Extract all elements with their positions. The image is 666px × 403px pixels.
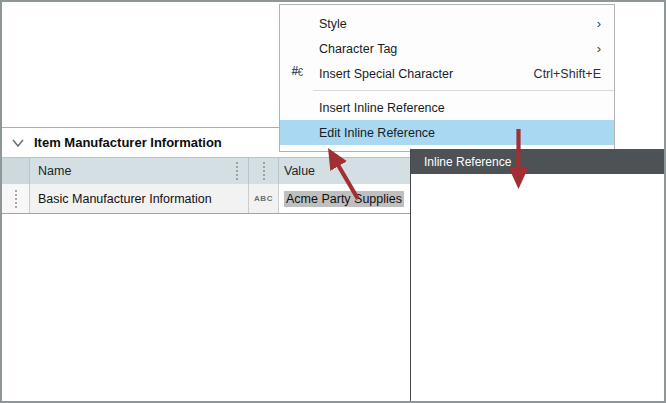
menu-item-label: Insert Special Character — [319, 67, 534, 81]
row-value-cell[interactable]: Acme Party Supplies — [279, 184, 412, 213]
dialog-title: Inline Reference — [424, 155, 511, 169]
header-handle-cell — [2, 157, 30, 184]
submenu-arrow-icon: › — [597, 41, 601, 56]
context-menu: Style › Character Tag › #€ Insert Specia… — [279, 4, 615, 152]
menu-item-label: Insert Inline Reference — [319, 101, 614, 115]
dialog-titlebar[interactable]: Inline Reference — [411, 149, 666, 174]
table-header-row: Name Value — [2, 157, 412, 184]
menu-item-label: Character Tag — [319, 42, 597, 56]
column-header-value-label: Value — [284, 164, 315, 178]
table-row[interactable]: Basic Manufacturer Information ABC Acme … — [2, 184, 412, 214]
column-menu-icon[interactable] — [236, 162, 238, 180]
section-title: Item Manufacturer Information — [34, 135, 222, 150]
row-name-label: Basic Manufacturer Information — [38, 192, 212, 206]
row-name-cell[interactable]: Basic Manufacturer Information — [30, 184, 249, 213]
menu-item-label: Edit Inline Reference — [319, 126, 614, 140]
column-header-name-label: Name — [38, 164, 71, 178]
menu-item-style[interactable]: Style › — [280, 11, 614, 36]
chevron-down-icon[interactable] — [11, 138, 25, 148]
abc-type-icon: ABC — [254, 194, 273, 203]
row-type-cell: ABC — [249, 184, 279, 213]
app-root: Item Manufacturer Information Name Value… — [0, 0, 666, 403]
column-header-type[interactable] — [249, 157, 279, 184]
menu-item-edit-inline-reference[interactable]: Edit Inline Reference — [280, 120, 614, 145]
inline-reference-dialog: Inline Reference — [410, 149, 666, 403]
special-character-icon: #€ — [292, 66, 308, 81]
submenu-arrow-icon: › — [597, 16, 601, 31]
column-menu-icon[interactable] — [263, 162, 265, 180]
menu-separator — [313, 90, 614, 91]
column-header-name[interactable]: Name — [30, 157, 249, 184]
row-drag-handle[interactable] — [2, 184, 30, 213]
menu-item-insert-inline-reference[interactable]: Insert Inline Reference — [280, 95, 614, 120]
column-header-value[interactable]: Value — [279, 157, 412, 184]
drag-handle-icon[interactable] — [15, 190, 17, 208]
menu-item-character-tag[interactable]: Character Tag › — [280, 36, 614, 61]
menu-item-insert-special-character[interactable]: #€ Insert Special Character Ctrl+Shift+E — [280, 61, 614, 86]
menu-shortcut: Ctrl+Shift+E — [534, 67, 601, 81]
selected-value-text[interactable]: Acme Party Supplies — [284, 191, 404, 207]
menu-item-label: Style — [319, 17, 597, 31]
